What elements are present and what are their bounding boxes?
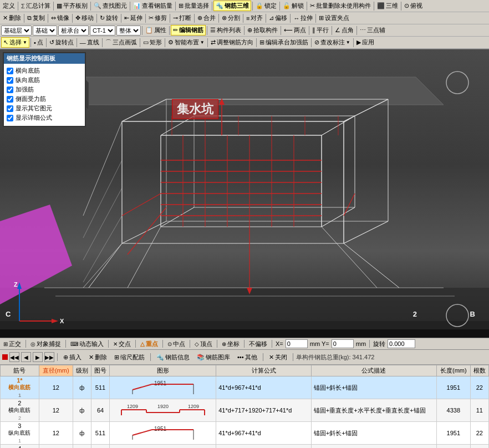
checkbox-v-bottom[interactable] <box>7 77 13 84</box>
tb-merge[interactable]: ⊕合并 <box>196 13 217 23</box>
nav-last[interactable]: ▶▶ <box>44 352 54 362</box>
red-indicator <box>2 354 8 360</box>
ortho-label: 正交 <box>9 340 21 348</box>
status-dynin[interactable]: ⌨ 动态输入 <box>69 340 105 348</box>
toolbar-find[interactable]: 🔍 查找图元 <box>92 1 129 11</box>
view-select[interactable]: 整体 <box>116 26 141 35</box>
status-intersect[interactable]: ✕ 交点 <box>112 340 132 348</box>
toolbar-view-rebar[interactable]: 📊 查看钢筋量 <box>131 1 174 11</box>
table-row[interactable]: 1*横向底筋112ф511 1951 41*d+967+41*d锚固+斜长+锚固… <box>1 376 489 399</box>
y-input[interactable] <box>332 339 354 348</box>
tb-other[interactable]: •••其他 <box>235 352 260 363</box>
tb-parallel[interactable]: ∥平行 <box>310 26 330 35</box>
tb-close[interactable]: ✕关闭 <box>266 352 290 363</box>
toolbar-align[interactable]: ▦ 平齐板别 <box>55 1 89 11</box>
snap-label: 对象捕捉 <box>37 340 61 348</box>
status-center[interactable]: ⊙ 中点 <box>166 340 186 348</box>
checkbox-h-bottom[interactable] <box>7 68 13 74</box>
tb-insert[interactable]: ⊕插入 <box>60 352 84 363</box>
tb-split[interactable]: ⊗分割 <box>220 13 242 23</box>
tb-apply[interactable]: ▶应用 <box>355 38 376 47</box>
tb-arc[interactable]: ⌒三点画弧 <box>104 38 139 47</box>
tb-properties[interactable]: 📋属性 <box>144 26 168 35</box>
cell-shape: 1209 1920 1209 <box>110 399 216 422</box>
table-row[interactable]: 2横向底筋212ф64 1209 1920 1209 41*d+717+1920… <box>1 399 489 422</box>
define-label: 定义 <box>3 2 15 10</box>
status-ortho[interactable]: ⊞ 正交 <box>2 340 22 348</box>
tb-smart-layout[interactable]: ⚙智能布置▼ <box>166 38 206 47</box>
toolbar-topview[interactable]: ⊙ 俯视 <box>403 1 424 11</box>
tb-point-angle[interactable]: ∠点角 <box>333 26 355 35</box>
tb-mirror[interactable]: ⇔镜像 <box>49 13 71 23</box>
tb-extend[interactable]: ⇤延伸 <box>123 13 144 23</box>
toolbar-lock[interactable]: 🔒 锁定 <box>254 1 278 11</box>
tb-align[interactable]: ≡对齐 <box>244 13 264 23</box>
tb-offset[interactable]: ⊿偏移 <box>267 13 289 23</box>
tb-rebar-library[interactable]: 📚钢筋图库 <box>194 352 233 363</box>
ss9 <box>272 340 272 348</box>
type-select[interactable]: 基础 <box>33 26 57 35</box>
status-vertex[interactable]: ◇ 顶点 <box>193 340 213 348</box>
tb-rect[interactable]: ▭矩形 <box>141 38 164 47</box>
toolbar-row-3: 基础层 基础 桩承台 CT-1 整体 📋属性 ✏编辑钢筋 ☰构件列表 ⊕拾取构件… <box>0 24 489 37</box>
rotate-input[interactable] <box>388 339 415 348</box>
toolbar-rebar-3d[interactable]: 🔩 钢筋三维 <box>213 1 251 11</box>
toolbar-3d[interactable]: ⬛ 三维 <box>375 1 400 11</box>
tb-rotate-point[interactable]: ↺旋转点 <box>48 38 75 47</box>
tb-edit-rebar[interactable]: ✏编辑钢筋 <box>171 25 206 35</box>
tb-three-point[interactable]: ⋯三点辅 <box>358 26 387 35</box>
tb-scale-rebar[interactable]: ⊞缩尺配筋 <box>111 352 147 363</box>
table-row[interactable]: 4纵向底筋212ф64 1209 1920 1209 41*d+717+1920… <box>1 445 489 449</box>
ss3 <box>108 340 109 348</box>
toolbar-unlock[interactable]: 🔓 解锁 <box>281 1 305 11</box>
tb-break[interactable]: ⊸打断 <box>171 13 193 23</box>
cell-shape: 1951 <box>110 422 216 445</box>
status-no-offset[interactable]: 不偏移 <box>248 340 268 348</box>
nav-first[interactable]: ◀◀ <box>9 352 19 362</box>
tb-rebar-info[interactable]: 🔩钢筋信息 <box>154 352 192 363</box>
tb-point-mode[interactable]: •点 <box>32 38 45 47</box>
checkbox-show-others[interactable] <box>7 105 13 112</box>
tb-stretch[interactable]: ↔拉伸 <box>292 13 314 23</box>
tb-pick-component[interactable]: ⊕拾取构件 <box>246 26 279 35</box>
status-midpoint[interactable]: △ 重点 <box>139 340 159 348</box>
tb-grip[interactable]: ⊞设置夹点 <box>317 13 351 23</box>
del-label: 删除 <box>95 353 107 362</box>
layer-select[interactable]: 基础层 <box>1 26 32 35</box>
nav-next[interactable]: ▶ <box>33 352 43 362</box>
toolbar-summary[interactable]: Σ 汇总计算 <box>19 1 52 11</box>
component-select[interactable]: 桩承台 <box>58 26 89 35</box>
tb-adjust-rebar-dir[interactable]: ⇄调整钢筋方向 <box>209 38 255 47</box>
tb-two-point[interactable]: ⟵两点 <box>282 26 308 35</box>
status-snap[interactable]: ◎ 对象捕捉 <box>29 340 62 348</box>
tb-move[interactable]: ✥移动 <box>74 13 95 23</box>
status-coord[interactable]: ⊕ 坐标 <box>221 340 241 348</box>
x-input[interactable] <box>286 339 308 348</box>
checkbox-show-formula[interactable] <box>7 115 13 121</box>
tb-check-mark[interactable]: ⊘查改标注▼ <box>313 38 352 47</box>
checkbox-strengthen[interactable] <box>7 86 13 93</box>
label-v-bottom: 纵向底筋 <box>16 76 40 84</box>
nav-prev[interactable]: ◀ <box>21 352 31 362</box>
menu-define[interactable]: 定义 <box>1 1 17 11</box>
toolbar-batch-delete[interactable]: ✂ 批量删除未使用构件 <box>308 1 373 11</box>
sep10 <box>374 2 374 11</box>
tb-edit-pile-cap-rebar[interactable]: ⊞编辑承台加强筋 <box>258 38 310 47</box>
table-row[interactable]: 3纵向底筋112ф511 1951 41*d+967+41*d锚固+斜长+锚固1… <box>1 422 489 445</box>
stretch-icon: ↔ <box>293 15 299 22</box>
tb-delete[interactable]: ✕删除 <box>1 13 23 23</box>
viewport[interactable]: Z X 钢筋显示控制面板 横向底筋 纵向底筋 加强筋 侧面受力筋 显示其它图元 … <box>0 49 489 338</box>
stretch-label: 拉伸 <box>300 14 313 22</box>
tb-component-list[interactable]: ☰构件列表 <box>208 26 243 35</box>
tb-rotate[interactable]: ↻旋转 <box>98 13 120 23</box>
col-diameter: 直径(mm) <box>39 365 73 376</box>
tb-trim[interactable]: ✂修剪 <box>147 13 169 23</box>
tb-del[interactable]: ✕删除 <box>86 352 110 363</box>
tb-copy[interactable]: ⧉复制 <box>26 13 47 23</box>
toolbar-batch-select[interactable]: ⊞ 批量选择 <box>177 1 211 11</box>
checkbox-side[interactable] <box>7 96 13 103</box>
tb-select[interactable]: ↖选择▼ <box>1 37 29 48</box>
tb-line[interactable]: —直线 <box>78 38 101 47</box>
table-container[interactable]: 筋号 直径(mm) 级别 图号 图形 计算公式 公式描述 长度(mm) 根数 1… <box>0 365 489 448</box>
id-select[interactable]: CT-1 <box>90 26 115 35</box>
